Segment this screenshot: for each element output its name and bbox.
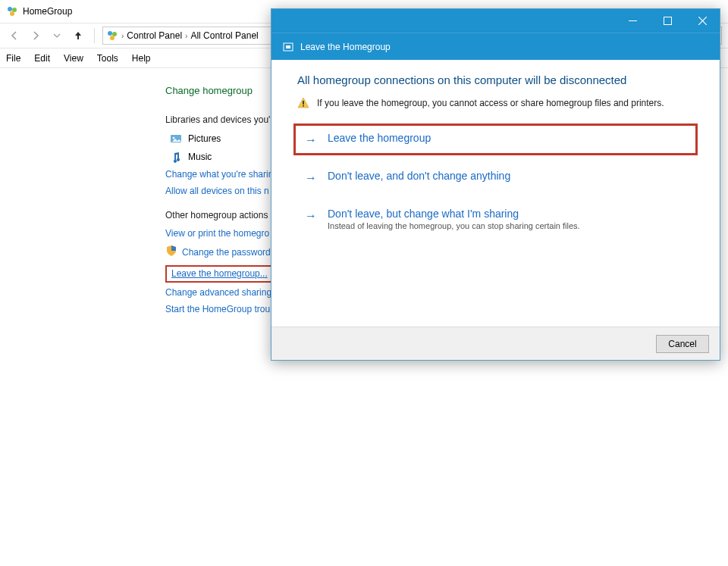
svg-rect-12 [303, 101, 304, 105]
svg-point-3 [108, 31, 112, 36]
menu-help[interactable]: Help [132, 53, 151, 64]
close-button[interactable] [685, 9, 720, 33]
music-icon [170, 151, 182, 163]
dialog-footer: Cancel [271, 327, 720, 360]
arrow-right-icon: → [305, 208, 317, 230]
recent-dropdown[interactable] [49, 27, 65, 44]
link-label: Change the password [182, 247, 271, 258]
svg-rect-13 [303, 105, 304, 107]
option-change-sharing[interactable]: → Don't leave, but change what I'm shari… [297, 203, 694, 235]
arrow-right-icon: → [305, 170, 317, 185]
svg-point-1 [12, 8, 17, 12]
maximize-button[interactable] [650, 9, 685, 33]
minimize-button[interactable] [615, 9, 650, 33]
shield-icon [165, 245, 177, 259]
option-label: Don't leave, and don't change anything [328, 170, 510, 182]
back-button[interactable] [6, 27, 23, 44]
breadcrumb-part[interactable]: All Control Panel [190, 30, 258, 41]
option-subtext: Instead of leaving the homegroup, you ca… [328, 221, 580, 230]
chevron-right-icon: › [185, 32, 187, 40]
svg-rect-9 [664, 17, 671, 25]
leave-homegroup-dialog: Leave the Homegroup All homegroup connec… [271, 8, 720, 361]
homegroup-icon [6, 5, 18, 17]
library-label: Music [188, 152, 212, 162]
warning-icon [297, 97, 309, 109]
chevron-right-icon: › [121, 32, 124, 40]
option-label: Don't leave, but change what I'm sharing [328, 208, 580, 220]
breadcrumb-part[interactable]: Control Panel [127, 30, 182, 41]
menu-edit[interactable]: Edit [34, 53, 50, 64]
option-dont-leave[interactable]: → Don't leave, and don't change anything [297, 165, 694, 189]
dialog-title: Leave the Homegroup [300, 42, 391, 52]
library-label: Pictures [188, 133, 221, 144]
svg-point-2 [10, 11, 14, 16]
homegroup-icon [106, 30, 118, 42]
nav-separator [94, 28, 95, 43]
menu-tools[interactable]: Tools [97, 53, 118, 64]
homegroup-dialog-icon [282, 41, 294, 53]
link-leave-homegroup-highlight: Leave the homegroup... [165, 265, 274, 283]
svg-rect-8 [629, 20, 637, 21]
svg-rect-11 [286, 45, 290, 48]
pictures-icon [170, 133, 182, 145]
link-leave-homegroup[interactable]: Leave the homegroup... [171, 268, 268, 279]
menu-file[interactable]: File [6, 53, 20, 64]
menu-view[interactable]: View [64, 53, 83, 64]
dialog-body: All homegroup connections on this comput… [271, 60, 720, 327]
main-window-title: HomeGroup [23, 6, 72, 17]
dialog-titlebar [271, 9, 720, 33]
forward-button[interactable] [27, 27, 44, 44]
dialog-heading: All homegroup connections on this comput… [297, 73, 694, 86]
svg-point-5 [110, 36, 115, 40]
svg-point-7 [173, 137, 175, 139]
option-leave-homegroup[interactable]: → Leave the homegroup [297, 127, 694, 152]
option-label: Leave the homegroup [328, 132, 431, 144]
cancel-button[interactable]: Cancel [656, 335, 709, 353]
arrow-right-icon: → [305, 132, 317, 147]
dialog-header: Leave the Homegroup [271, 33, 720, 60]
dialog-warning-row: If you leave the homegroup, you cannot a… [297, 97, 694, 109]
svg-point-4 [112, 32, 117, 36]
dialog-warning-text: If you leave the homegroup, you cannot a… [317, 98, 664, 108]
svg-point-0 [8, 7, 12, 11]
up-button[interactable] [70, 27, 86, 44]
